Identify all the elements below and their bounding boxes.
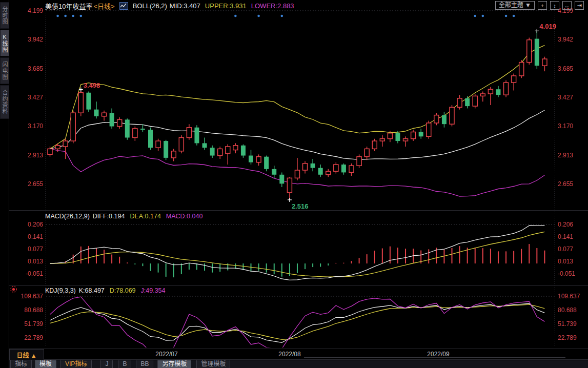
svg-text:3.170: 3.170 (558, 122, 573, 130)
svg-text:0.206: 0.206 (28, 221, 43, 228)
svg-text:-0.051: -0.051 (26, 270, 43, 277)
event-dot (474, 15, 476, 17)
svg-text:0.077: 0.077 (28, 246, 43, 253)
kline-chart-icon (119, 2, 128, 10)
svg-text:2022/08: 2022/08 (278, 351, 301, 358)
boll-mid-value: MID:3.407 (170, 2, 200, 10)
kdj-title: KDJ(9,3,3) (45, 287, 76, 294)
event-dot (56, 15, 59, 17)
alert-icon (10, 285, 17, 295)
svg-text:80.688: 80.688 (558, 306, 577, 314)
boll-indicator-label: BOLL(26,2) (133, 2, 167, 10)
svg-text:0.141: 0.141 (28, 233, 43, 240)
svg-text:51.739: 51.739 (24, 320, 43, 328)
sidebar-tab-contract-info[interactable]: 合约资料 (0, 85, 9, 119)
left-tab-strip: 分时图 K线图 闪电图 合约资料 (0, 0, 9, 368)
svg-text:2.913: 2.913 (28, 152, 43, 159)
theme-dropdown[interactable]: 全部主题 ▼ (495, 1, 535, 10)
price-annotations: 3.4982.5164.019 (79, 23, 556, 210)
crosshair-icon[interactable]: + (538, 1, 547, 10)
tab-vip-indicators[interactable]: VIP指标 (60, 360, 92, 368)
tab-j[interactable]: J (100, 360, 113, 368)
svg-text:0.013: 0.013 (558, 258, 573, 265)
svg-text:80.688: 80.688 (24, 306, 43, 314)
macd-pane-header: MACD(26,12,9) DIFF:0.194 DEA:0.174 MACD:… (45, 212, 202, 220)
event-dot (505, 15, 508, 17)
boll-lower-value: LOWER:2.883 (251, 2, 294, 10)
svg-text:0.077: 0.077 (558, 246, 573, 253)
svg-text:22.789: 22.789 (558, 334, 577, 341)
bottom-tab-bar: 指标 模板 VIP指标 J B BB 另存模板 管理模板 (9, 360, 588, 368)
svg-text:0.206: 0.206 (558, 221, 573, 228)
event-dot (482, 15, 484, 17)
svg-text:2.913: 2.913 (558, 152, 573, 159)
svg-text:2.655: 2.655 (558, 180, 573, 188)
svg-text:3.498: 3.498 (84, 81, 100, 89)
svg-text:51.739: 51.739 (558, 320, 577, 328)
kdj-j-value: J:49.354 (141, 287, 166, 294)
svg-text:4.199: 4.199 (28, 7, 43, 14)
macd-title: MACD(26,12,9) (45, 213, 90, 220)
svg-text:3.942: 3.942 (558, 36, 573, 43)
svg-text:0.141: 0.141 (558, 233, 573, 240)
main-price-pane (48, 15, 547, 200)
tab-indicators[interactable]: 指标 (10, 360, 32, 368)
svg-text:3.685: 3.685 (558, 65, 573, 72)
svg-text:3.685: 3.685 (28, 65, 43, 72)
boll-upper-value: UPPER:3.931 (205, 2, 247, 10)
macd-pane (50, 226, 545, 280)
sidebar-tab-timeshare[interactable]: 分时图 (0, 2, 9, 29)
kdj-d-value: D:78.069 (110, 287, 136, 294)
candlesticks (48, 31, 547, 199)
pane-expand-icon[interactable]: ⇥ (575, 1, 584, 10)
chart-header: 美债10年收益率 <日线> BOLL(26,2) MID:3.407 UPPER… (45, 2, 294, 10)
svg-text:2022/09: 2022/09 (427, 351, 450, 358)
svg-text:3.427: 3.427 (28, 94, 43, 101)
svg-text:22.789: 22.789 (24, 334, 43, 341)
sidebar-tab-lightning[interactable]: 闪电图 (0, 57, 9, 84)
tab-bb[interactable]: BB (136, 360, 153, 368)
symbol-name: 美债10年收益率 (45, 1, 92, 11)
event-dot (64, 15, 67, 17)
event-dot (234, 15, 237, 17)
period-tag: <日线> (93, 1, 114, 11)
svg-text:4.019: 4.019 (539, 23, 556, 30)
svg-text:3.942: 3.942 (28, 36, 43, 43)
svg-text:2.516: 2.516 (292, 202, 309, 210)
tab-templates[interactable]: 模板 (35, 360, 56, 368)
macd-dea-value: DEA:0.174 (130, 213, 160, 220)
svg-text:109.637: 109.637 (558, 293, 580, 300)
event-dot (281, 15, 283, 17)
macd-value: MACD:0.040 (166, 213, 203, 220)
kdj-pane (50, 297, 545, 352)
top-toolbar: 全部主题 ▼ + ↕ ↔ ⇥ (495, 1, 584, 10)
kline-chart-canvas[interactable]: 3.4982.5164.0194.1994.1993.9423.9423.685… (0, 0, 588, 368)
period-selector[interactable]: 日线 ▲ (9, 349, 44, 360)
svg-text:109.637: 109.637 (21, 293, 44, 300)
svg-text:3.170: 3.170 (28, 122, 43, 130)
event-dot (80, 15, 83, 17)
kdj-pane-header: KDJ(9,3,3) K:68.497 D:78.069 J:49.354 (45, 287, 166, 294)
svg-text:2022/07: 2022/07 (155, 351, 178, 358)
macd-diff-value: DIFF:0.194 (93, 213, 125, 220)
tab-save-template[interactable]: 另存模板 (157, 360, 191, 368)
x-scale-icon[interactable]: ↔ (562, 1, 572, 10)
svg-text:3.427: 3.427 (558, 94, 573, 101)
event-dot (72, 15, 74, 17)
svg-text:-0.051: -0.051 (558, 270, 575, 277)
svg-text:0.013: 0.013 (28, 258, 43, 265)
event-dot (257, 15, 260, 17)
event-dot (513, 15, 515, 17)
sidebar-tab-kline[interactable]: K线图 (0, 30, 9, 56)
kdj-k-value: K:68.497 (79, 287, 105, 294)
tab-b[interactable]: B (118, 360, 131, 368)
svg-text:2.655: 2.655 (28, 180, 43, 188)
tab-manage-templates[interactable]: 管理模板 (196, 360, 230, 368)
y-scale-icon[interactable]: ↕ (550, 1, 559, 10)
